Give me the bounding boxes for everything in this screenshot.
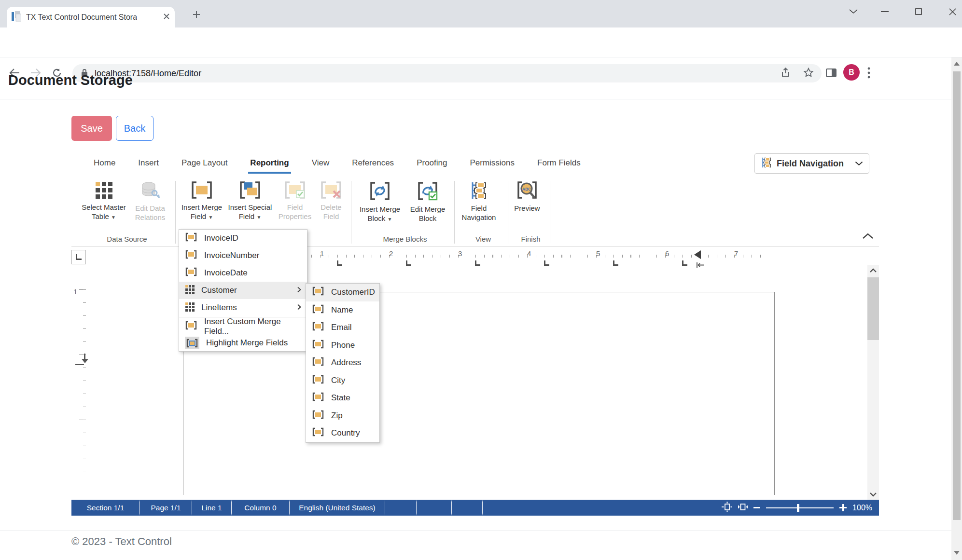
tab-close-icon[interactable]	[163, 13, 170, 22]
submenu-item-city[interactable]: City	[306, 372, 379, 390]
text-position-marker-arrow-icon	[82, 359, 88, 363]
merge-field-icon	[312, 322, 324, 333]
group-separator	[454, 181, 455, 244]
menu-item-invoicenumber[interactable]: InvoiceNumber	[179, 247, 307, 264]
menu-item-label: CustomerID	[331, 287, 375, 297]
tab-stop-marker[interactable]	[475, 260, 480, 266]
field-properties-icon	[284, 181, 306, 201]
ribbon-tab-home[interactable]: Home	[94, 158, 115, 174]
submenu-item-customerid[interactable]: CustomerID	[306, 284, 379, 301]
editor-scroll-down-button[interactable]	[867, 489, 879, 500]
tab-stop-marker[interactable]	[613, 260, 618, 266]
editor-scroll-up-button[interactable]	[867, 265, 879, 275]
tab-selector-box[interactable]	[71, 250, 86, 264]
profile-avatar[interactable]: B	[843, 64, 860, 81]
menu-item-customer[interactable]: Customer	[179, 282, 307, 299]
tab-stop-marker[interactable]	[406, 260, 411, 266]
window-minimize-button[interactable]	[878, 4, 892, 19]
page-scrollbar-thumb[interactable]	[953, 71, 961, 520]
tab-stop-marker[interactable]	[337, 260, 342, 266]
submenu-item-phone[interactable]: Phone	[306, 337, 379, 355]
merge-field-icon	[312, 340, 324, 351]
master-table-icon	[95, 181, 113, 201]
fit-page-icon[interactable]	[722, 502, 732, 514]
tab-stop-marker[interactable]	[682, 260, 687, 266]
status-page: Page 1/1	[140, 500, 192, 516]
group-label-view: View	[459, 235, 508, 243]
submenu-chevron-icon	[297, 303, 301, 313]
submenu-item-zip[interactable]: Zip	[306, 407, 379, 425]
ribbon-tab-view[interactable]: View	[312, 158, 330, 174]
browser-menu-icon[interactable]	[862, 66, 876, 80]
field-navigation-button[interactable]: Field Navigation	[459, 181, 499, 222]
submenu-item-name[interactable]: Name	[306, 301, 379, 319]
submenu-item-state[interactable]: State	[306, 389, 379, 407]
ribbon-tab-page-layout[interactable]: Page Layout	[181, 158, 227, 174]
ribbon-tab-proofing[interactable]: Proofing	[417, 158, 447, 174]
window-close-button[interactable]	[945, 4, 960, 19]
menu-item-insert-custom-merge-field[interactable]: Insert Custom Merge Field...	[179, 318, 307, 335]
merge-field-icon	[312, 304, 324, 316]
fit-width-icon[interactable]	[738, 502, 748, 514]
merge-field-icon	[312, 357, 324, 369]
group-separator	[351, 181, 351, 244]
zoom-level: 100%	[852, 504, 872, 512]
ribbon-tab-bar: Home Insert Page Layout Reporting View R…	[94, 158, 581, 174]
field-navigation-dropdown[interactable]: Field Navigation	[754, 153, 869, 174]
back-button[interactable]: Back	[116, 116, 153, 141]
browser-tab[interactable]: TX Text Control Document Stora	[7, 7, 175, 27]
ribbon-collapse-chevron-icon[interactable]	[862, 232, 874, 241]
zoom-out-button[interactable]	[753, 507, 760, 508]
menu-item-invoiceid[interactable]: InvoiceID	[179, 230, 307, 247]
edit-merge-block-button[interactable]: Edit Merge Block	[405, 181, 450, 223]
menu-item-label: Zip	[331, 411, 343, 421]
ribbon-tab-references[interactable]: References	[352, 158, 394, 174]
edit-data-relations-button[interactable]: Edit Data Relations	[129, 181, 171, 222]
ribbon-tab-reporting[interactable]: Reporting	[250, 158, 289, 174]
url-bar[interactable]: localhost:7158/Home/Editor	[72, 64, 822, 82]
insert-merge-field-button[interactable]: Insert Merge Field ▼	[179, 181, 225, 221]
button-label: Field Navigation	[459, 204, 499, 222]
submenu-item-address[interactable]: Address	[306, 354, 379, 372]
zoom-in-button[interactable]	[839, 504, 847, 511]
menu-item-invoicedate[interactable]: InvoiceDate	[179, 264, 307, 282]
window-maximize-button[interactable]	[911, 4, 926, 19]
ribbon-tab-insert[interactable]: Insert	[138, 158, 159, 174]
save-button[interactable]: Save	[71, 116, 112, 141]
ruler-number: 6	[665, 249, 669, 258]
page-scroll-up-icon[interactable]	[954, 62, 960, 66]
submenu-item-email[interactable]: Email	[306, 319, 379, 337]
insert-special-field-button[interactable]: Insert Special Field ▼	[226, 181, 274, 221]
insert-merge-block-button[interactable]: Insert Merge Block ▼	[356, 181, 404, 223]
menu-item-label: Insert Custom Merge Field...	[204, 317, 301, 336]
merge-field-icon	[185, 250, 197, 261]
status-empty-segment	[452, 500, 483, 516]
delete-field-button[interactable]: Delete Field	[315, 181, 348, 221]
button-label: Edit Data Relations	[129, 204, 171, 222]
delete-field-icon	[320, 181, 342, 201]
share-icon[interactable]	[780, 68, 791, 79]
right-indent-marker[interactable]	[694, 250, 701, 259]
new-tab-button[interactable]	[189, 7, 204, 22]
margin-arrow-marker[interactable]	[696, 261, 705, 270]
status-section: Section 1/1	[71, 500, 140, 516]
menu-item-lineitems[interactable]: LineItems	[179, 299, 307, 316]
ribbon-tab-form-fields[interactable]: Form Fields	[537, 158, 581, 174]
window-menu-chevron-icon[interactable]	[846, 4, 861, 19]
bookmark-star-icon[interactable]	[803, 68, 814, 80]
button-label: Insert Merge Field	[181, 203, 222, 220]
select-master-table-button[interactable]: Select Master Table ▼	[79, 181, 129, 221]
preview-button[interactable]: ABC Preview	[512, 181, 543, 213]
zoom-slider[interactable]	[766, 507, 834, 508]
tab-stop-marker[interactable]	[544, 260, 549, 266]
side-panel-icon[interactable]	[824, 66, 838, 80]
menu-item-highlight-merge-fields[interactable]: Highlight Merge Fields	[179, 335, 307, 351]
submenu-item-country[interactable]: Country	[306, 424, 379, 442]
button-label: Insert Special Field	[228, 203, 272, 220]
editor-scrollbar-thumb[interactable]	[867, 277, 879, 340]
ribbon-tab-permissions[interactable]: Permissions	[470, 158, 515, 174]
page-scroll-down-icon[interactable]	[954, 551, 960, 555]
field-properties-button[interactable]: Field Properties	[276, 181, 314, 221]
group-label-merge-blocks: Merge Blocks	[356, 235, 454, 243]
zoom-slider-thumb[interactable]	[797, 504, 799, 512]
